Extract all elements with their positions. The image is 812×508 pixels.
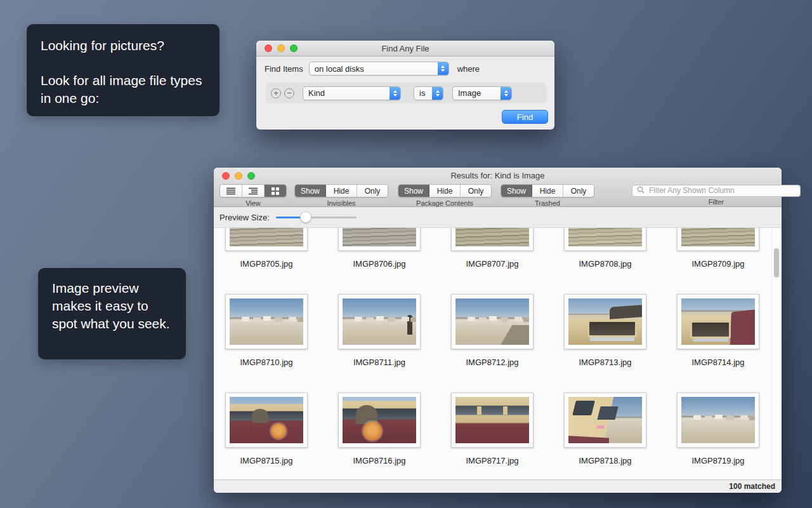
file-item[interactable]: IMGP8708.jpg xyxy=(564,228,646,270)
file-thumbnail xyxy=(564,392,646,448)
minimize-button[interactable] xyxy=(235,172,242,180)
file-thumbnail xyxy=(451,294,534,349)
file-thumbnail xyxy=(677,294,759,349)
criterion-row: + − Kind is Image xyxy=(266,83,547,104)
file-thumbnail xyxy=(225,294,308,349)
zoom-button[interactable] xyxy=(247,172,255,180)
callout-looking-for-pictures: Looking for pictures? Look for all image… xyxy=(27,24,219,116)
file-name: IMGP8707.jpg xyxy=(451,259,534,270)
list-view-icon xyxy=(226,187,236,195)
minimize-button[interactable] xyxy=(277,44,285,52)
file-name: IMGP8709.jpg xyxy=(677,259,759,270)
scrollbar-thumb[interactable] xyxy=(774,248,779,277)
file-name: IMGP8708.jpg xyxy=(564,259,646,270)
invisibles-group-label: Invisibles xyxy=(327,199,355,207)
operator-popup-value: is xyxy=(414,88,432,98)
slider-knob[interactable] xyxy=(300,211,311,223)
grid-view-button[interactable] xyxy=(265,185,286,197)
match-count: 100 matched xyxy=(729,482,775,491)
file-thumbnail xyxy=(451,228,534,251)
filter-group: Filter xyxy=(632,184,801,206)
file-item[interactable]: IMGP8706.jpg xyxy=(338,228,421,270)
invisibles-show-button[interactable]: Show xyxy=(295,185,326,197)
traffic-lights xyxy=(222,172,255,180)
file-item[interactable]: IMGP8712.jpg xyxy=(451,294,534,368)
file-item[interactable]: IMGP8716.jpg xyxy=(338,392,421,467)
close-button[interactable] xyxy=(222,172,230,180)
window-title: Find Any File xyxy=(381,44,429,53)
file-item[interactable]: IMGP8713.jpg xyxy=(564,294,646,368)
file-item[interactable]: IMGP8705.jpg xyxy=(225,228,308,270)
find-any-file-window: Find Any File Find Items on local disks … xyxy=(256,41,554,130)
trashed-group: Show Hide Only Trashed xyxy=(501,184,594,207)
callout-line-1: Looking for pictures? xyxy=(41,37,206,55)
file-thumbnail xyxy=(225,392,308,448)
list-view-button[interactable] xyxy=(220,185,242,197)
file-thumbnail xyxy=(338,392,421,448)
file-item[interactable]: IMGP8717.jpg xyxy=(451,392,534,467)
file-item[interactable]: IMGP8719.jpg xyxy=(677,392,759,467)
find-items-label: Find Items xyxy=(265,64,303,74)
chevron-up-icon xyxy=(393,90,397,93)
file-item[interactable]: IMGP8710.jpg xyxy=(225,294,308,368)
file-item[interactable]: IMGP8711.jpg xyxy=(338,294,421,368)
chevron-down-icon xyxy=(441,69,445,72)
file-thumbnail xyxy=(338,228,421,251)
package-contents-only-button[interactable]: Only xyxy=(461,185,491,197)
file-item[interactable]: IMGP8714.jpg xyxy=(677,294,759,368)
file-name: IMGP8717.jpg xyxy=(451,456,534,467)
file-thumbnail xyxy=(564,228,646,251)
stepper-icon xyxy=(501,87,511,100)
file-item[interactable]: IMGP8715.jpg xyxy=(225,392,308,467)
trashed-only-button[interactable]: Only xyxy=(563,185,594,197)
file-name: IMGP8706.jpg xyxy=(338,259,421,270)
file-item[interactable]: IMGP8707.jpg xyxy=(451,228,534,270)
invisibles-group: Show Hide Only Invisibles xyxy=(294,184,388,207)
trashed-hide-button[interactable]: Hide xyxy=(532,185,563,197)
find-window-titlebar[interactable]: Find Any File xyxy=(256,41,554,57)
view-group-label: View xyxy=(246,199,261,207)
file-name: IMGP8710.jpg xyxy=(225,358,308,368)
package-contents-group-label: Package Contents xyxy=(416,199,473,207)
value-popup[interactable]: Image xyxy=(452,86,512,100)
vertical-scrollbar[interactable] xyxy=(771,228,782,479)
view-segmented-control xyxy=(219,184,287,197)
close-button[interactable] xyxy=(265,44,272,52)
file-item[interactable]: IMGP8718.jpg xyxy=(564,392,646,467)
file-item[interactable]: IMGP8709.jpg xyxy=(677,228,759,270)
preview-size-label: Preview Size: xyxy=(219,213,270,222)
chevron-up-icon xyxy=(436,90,440,93)
file-name: IMGP8715.jpg xyxy=(225,456,308,467)
traffic-lights xyxy=(265,44,298,52)
thumbnail-grid: IMGP8705.jpg IMGP8706.jpg IMGP8707.jpg I… xyxy=(225,228,759,467)
file-thumbnail xyxy=(451,392,534,448)
results-titlebar[interactable]: Results for: Kind is Image xyxy=(214,168,782,184)
package-contents-show-button[interactable]: Show xyxy=(398,185,429,197)
filter-group-label: Filter xyxy=(709,198,724,206)
trashed-show-button[interactable]: Show xyxy=(501,185,532,197)
attribute-popup[interactable]: Kind xyxy=(303,86,401,100)
hierarchy-view-button[interactable] xyxy=(242,185,265,197)
remove-criterion-button[interactable]: − xyxy=(284,88,294,98)
file-thumbnail xyxy=(677,228,759,251)
stepper-icon xyxy=(438,62,449,75)
find-button[interactable]: Find xyxy=(502,110,548,124)
zoom-button[interactable] xyxy=(290,44,298,52)
results-toolbar: View Show Hide Only Invisibles Show Hide… xyxy=(214,184,782,206)
chevron-down-icon xyxy=(393,94,397,97)
hierarchy-view-icon xyxy=(248,187,258,195)
add-criterion-button[interactable]: + xyxy=(271,88,281,98)
chevron-up-icon xyxy=(441,65,445,68)
trashed-segmented-control: Show Hide Only xyxy=(501,184,594,197)
invisibles-segmented-control: Show Hide Only xyxy=(294,184,388,197)
view-group: View xyxy=(219,184,287,207)
scope-popup[interactable]: on local disks xyxy=(309,62,449,76)
filter-input[interactable] xyxy=(632,185,801,197)
invisibles-only-button[interactable]: Only xyxy=(357,185,388,197)
preview-size-slider[interactable] xyxy=(276,211,357,223)
operator-popup[interactable]: is xyxy=(414,86,443,100)
stepper-icon xyxy=(432,87,443,100)
package-contents-hide-button[interactable]: Hide xyxy=(429,185,461,197)
invisibles-hide-button[interactable]: Hide xyxy=(326,185,357,197)
callout-image-preview: Image preview makes it easy to spot what… xyxy=(38,268,186,359)
